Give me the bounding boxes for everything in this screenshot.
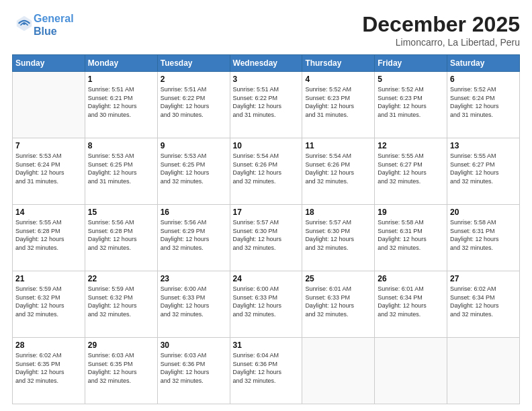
day-info: Sunrise: 5:55 AM Sunset: 6:27 PM Dayligh… (378, 152, 444, 185)
day-info: Sunrise: 5:57 AM Sunset: 6:30 PM Dayligh… (233, 218, 300, 252)
calendar-cell: 16Sunrise: 5:56 AM Sunset: 6:29 PM Dayli… (157, 205, 230, 271)
calendar-cell: 9Sunrise: 5:53 AM Sunset: 6:25 PM Daylig… (157, 138, 230, 205)
day-number: 27 (450, 274, 517, 283)
weekday-header: Friday (375, 55, 447, 72)
calendar-cell: 6Sunrise: 5:52 AM Sunset: 6:24 PM Daylig… (447, 72, 520, 138)
location: Limoncarro, La Libertad, Peru (362, 37, 520, 48)
day-info: Sunrise: 5:53 AM Sunset: 6:25 PM Dayligh… (161, 152, 227, 185)
calendar-cell (447, 338, 520, 404)
calendar-cell: 30Sunrise: 6:03 AM Sunset: 6:36 PM Dayli… (157, 338, 230, 404)
calendar-cell: 8Sunrise: 5:53 AM Sunset: 6:25 PM Daylig… (85, 138, 157, 205)
weekday-header: Monday (85, 55, 157, 72)
svg-point-1 (23, 22, 26, 25)
calendar-week-row: 14Sunrise: 5:55 AM Sunset: 6:28 PM Dayli… (13, 205, 520, 271)
calendar-cell: 4Sunrise: 5:52 AM Sunset: 6:23 PM Daylig… (302, 72, 375, 138)
calendar-cell: 1Sunrise: 5:51 AM Sunset: 6:21 PM Daylig… (85, 72, 157, 138)
day-number: 22 (88, 274, 154, 283)
day-number: 26 (378, 274, 444, 283)
day-info: Sunrise: 6:00 AM Sunset: 6:33 PM Dayligh… (161, 285, 227, 318)
calendar-week-row: 21Sunrise: 5:59 AM Sunset: 6:32 PM Dayli… (13, 271, 520, 338)
calendar-cell: 3Sunrise: 5:51 AM Sunset: 6:22 PM Daylig… (230, 72, 302, 138)
calendar-cell (302, 338, 375, 404)
calendar-cell: 27Sunrise: 6:02 AM Sunset: 6:34 PM Dayli… (447, 271, 520, 338)
day-number: 10 (233, 141, 300, 150)
day-number: 1 (88, 75, 154, 84)
calendar-cell (13, 72, 85, 138)
day-number: 14 (15, 208, 82, 217)
weekday-header: Sunday (13, 55, 85, 72)
day-info: Sunrise: 6:02 AM Sunset: 6:34 PM Dayligh… (450, 285, 517, 318)
weekday-header: Tuesday (157, 55, 230, 72)
calendar-cell: 14Sunrise: 5:55 AM Sunset: 6:28 PM Dayli… (13, 205, 85, 271)
day-info: Sunrise: 5:59 AM Sunset: 6:32 PM Dayligh… (15, 285, 82, 318)
day-info: Sunrise: 5:56 AM Sunset: 6:29 PM Dayligh… (161, 218, 227, 252)
day-number: 13 (450, 141, 517, 150)
day-info: Sunrise: 6:00 AM Sunset: 6:33 PM Dayligh… (233, 285, 300, 318)
day-number: 28 (15, 340, 82, 350)
calendar-cell: 20Sunrise: 5:58 AM Sunset: 6:31 PM Dayli… (447, 205, 520, 271)
day-number: 30 (161, 340, 227, 350)
calendar-cell: 18Sunrise: 5:57 AM Sunset: 6:30 PM Dayli… (302, 205, 375, 271)
day-number: 18 (305, 208, 371, 217)
day-number: 31 (233, 340, 300, 350)
calendar-cell: 29Sunrise: 6:03 AM Sunset: 6:35 PM Dayli… (85, 338, 157, 404)
weekday-header: Wednesday (230, 55, 302, 72)
calendar-cell: 28Sunrise: 6:02 AM Sunset: 6:35 PM Dayli… (13, 338, 85, 404)
calendar-cell: 15Sunrise: 5:56 AM Sunset: 6:28 PM Dayli… (85, 205, 157, 271)
calendar-week-row: 7Sunrise: 5:53 AM Sunset: 6:24 PM Daylig… (13, 138, 520, 205)
calendar-cell: 7Sunrise: 5:53 AM Sunset: 6:24 PM Daylig… (13, 138, 85, 205)
day-number: 20 (450, 208, 517, 217)
day-info: Sunrise: 5:54 AM Sunset: 6:26 PM Dayligh… (305, 152, 371, 185)
day-info: Sunrise: 5:51 AM Sunset: 6:21 PM Dayligh… (88, 85, 154, 119)
day-info: Sunrise: 5:52 AM Sunset: 6:23 PM Dayligh… (305, 85, 371, 119)
calendar-cell: 19Sunrise: 5:58 AM Sunset: 6:31 PM Dayli… (375, 205, 447, 271)
day-info: Sunrise: 5:56 AM Sunset: 6:28 PM Dayligh… (88, 218, 154, 252)
day-number: 4 (305, 75, 371, 84)
weekday-header: Thursday (302, 55, 375, 72)
logo-text: General Blue (34, 12, 74, 38)
calendar-header-row: SundayMondayTuesdayWednesdayThursdayFrid… (13, 55, 520, 72)
calendar-cell: 10Sunrise: 5:54 AM Sunset: 6:26 PM Dayli… (230, 138, 302, 205)
day-info: Sunrise: 5:53 AM Sunset: 6:24 PM Dayligh… (15, 152, 82, 185)
day-info: Sunrise: 5:51 AM Sunset: 6:22 PM Dayligh… (233, 85, 300, 119)
calendar-table: SundayMondayTuesdayWednesdayThursdayFrid… (12, 54, 520, 404)
calendar-cell: 22Sunrise: 5:59 AM Sunset: 6:32 PM Dayli… (85, 271, 157, 338)
calendar-cell: 26Sunrise: 6:01 AM Sunset: 6:34 PM Dayli… (375, 271, 447, 338)
calendar-cell: 17Sunrise: 5:57 AM Sunset: 6:30 PM Dayli… (230, 205, 302, 271)
weekday-header: Saturday (447, 55, 520, 72)
calendar-cell: 12Sunrise: 5:55 AM Sunset: 6:27 PM Dayli… (375, 138, 447, 205)
header: General Blue December 2025 Limoncarro, L… (12, 12, 520, 48)
day-info: Sunrise: 6:02 AM Sunset: 6:35 PM Dayligh… (15, 351, 82, 385)
day-number: 8 (88, 141, 154, 150)
day-number: 7 (15, 141, 82, 150)
logo-general: General (34, 13, 74, 24)
calendar-cell: 13Sunrise: 5:55 AM Sunset: 6:27 PM Dayli… (447, 138, 520, 205)
day-info: Sunrise: 5:59 AM Sunset: 6:32 PM Dayligh… (88, 285, 154, 318)
day-info: Sunrise: 5:55 AM Sunset: 6:28 PM Dayligh… (15, 218, 82, 252)
day-info: Sunrise: 5:58 AM Sunset: 6:31 PM Dayligh… (450, 218, 517, 252)
day-info: Sunrise: 5:57 AM Sunset: 6:30 PM Dayligh… (305, 218, 371, 252)
day-number: 12 (378, 141, 444, 150)
day-info: Sunrise: 6:01 AM Sunset: 6:34 PM Dayligh… (378, 285, 444, 318)
day-number: 29 (88, 340, 154, 350)
day-number: 24 (233, 274, 300, 283)
calendar-cell: 24Sunrise: 6:00 AM Sunset: 6:33 PM Dayli… (230, 271, 302, 338)
calendar-cell: 21Sunrise: 5:59 AM Sunset: 6:32 PM Dayli… (13, 271, 85, 338)
day-info: Sunrise: 6:03 AM Sunset: 6:35 PM Dayligh… (88, 351, 154, 385)
logo-blue: Blue (34, 25, 74, 38)
day-number: 5 (378, 75, 444, 84)
day-number: 25 (305, 274, 371, 283)
calendar-week-row: 28Sunrise: 6:02 AM Sunset: 6:35 PM Dayli… (13, 338, 520, 404)
day-number: 3 (233, 75, 300, 84)
day-number: 15 (88, 208, 154, 217)
day-number: 16 (161, 208, 227, 217)
day-info: Sunrise: 5:51 AM Sunset: 6:22 PM Dayligh… (161, 85, 227, 119)
day-info: Sunrise: 5:55 AM Sunset: 6:27 PM Dayligh… (450, 152, 517, 185)
day-info: Sunrise: 6:01 AM Sunset: 6:33 PM Dayligh… (305, 285, 371, 318)
day-number: 21 (15, 274, 82, 283)
calendar-cell: 23Sunrise: 6:00 AM Sunset: 6:33 PM Dayli… (157, 271, 230, 338)
calendar-cell: 25Sunrise: 6:01 AM Sunset: 6:33 PM Dayli… (302, 271, 375, 338)
title-block: December 2025 Limoncarro, La Libertad, P… (362, 12, 520, 48)
month-title: December 2025 (362, 12, 520, 37)
calendar-cell: 5Sunrise: 5:52 AM Sunset: 6:23 PM Daylig… (375, 72, 447, 138)
